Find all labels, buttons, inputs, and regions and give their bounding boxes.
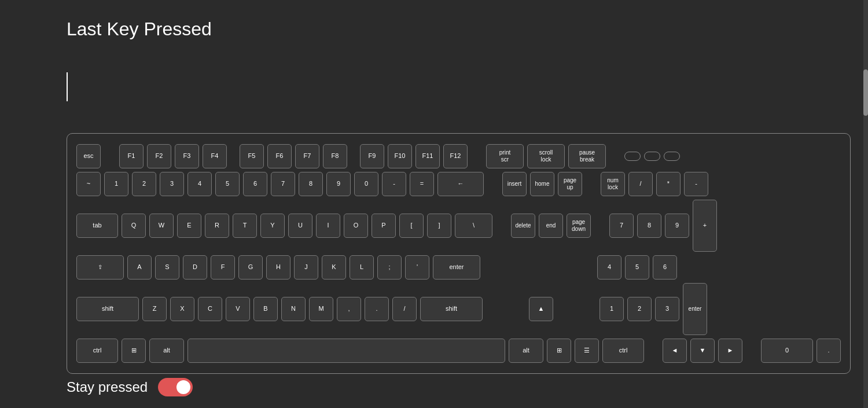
key-t[interactable]: T — [233, 214, 257, 238]
key-k[interactable]: K — [322, 255, 346, 280]
scrollbar[interactable] — [863, 0, 868, 408]
key-z[interactable]: Z — [142, 297, 167, 321]
key-num-star[interactable]: * — [656, 172, 681, 196]
key-menu[interactable]: ☰ — [575, 339, 599, 363]
scrollbar-thumb[interactable] — [863, 69, 868, 116]
key-lbracket[interactable]: [ — [399, 214, 424, 238]
key-q[interactable]: Q — [122, 214, 146, 238]
key-s[interactable]: S — [155, 255, 179, 280]
key-1[interactable]: 1 — [104, 172, 128, 196]
key-c[interactable]: C — [198, 297, 222, 321]
key-quote[interactable]: ' — [405, 255, 429, 280]
key-y[interactable]: Y — [260, 214, 285, 238]
key-num-enter[interactable]: enter — [683, 283, 707, 335]
stay-pressed-toggle[interactable] — [158, 378, 193, 396]
key-page-up[interactable]: pageup — [558, 172, 582, 196]
key-num-plus[interactable]: + — [693, 200, 717, 252]
key-7[interactable]: 7 — [271, 172, 295, 196]
key-4[interactable]: 4 — [187, 172, 212, 196]
key-o[interactable]: O — [344, 214, 368, 238]
key-home[interactable]: home — [530, 172, 554, 196]
key-f11[interactable]: F11 — [415, 144, 440, 168]
key-alt-right[interactable]: alt — [509, 339, 543, 363]
key-num-1[interactable]: 1 — [599, 297, 624, 321]
key-pause-break[interactable]: pausebreak — [568, 144, 606, 168]
key-scroll-lock[interactable]: scrolllock — [527, 144, 565, 168]
key-m[interactable]: M — [309, 297, 333, 321]
key-comma[interactable]: , — [337, 297, 361, 321]
key-2[interactable]: 2 — [132, 172, 156, 196]
key-n[interactable]: N — [281, 297, 306, 321]
key-alt-left[interactable]: alt — [149, 339, 184, 363]
key-num-9[interactable]: 9 — [665, 214, 689, 238]
key-0[interactable]: 0 — [354, 172, 378, 196]
key-shift-left[interactable]: shift — [76, 297, 139, 321]
key-f7[interactable]: F7 — [295, 144, 319, 168]
key-r[interactable]: R — [205, 214, 229, 238]
key-num-4[interactable]: 4 — [597, 255, 621, 280]
key-f2[interactable]: F2 — [147, 144, 171, 168]
key-f1[interactable]: F1 — [119, 144, 144, 168]
key-3[interactable]: 3 — [160, 172, 184, 196]
key-num-6[interactable]: 6 — [653, 255, 677, 280]
key-tab[interactable]: tab — [76, 214, 118, 238]
key-rbracket[interactable]: ] — [427, 214, 451, 238]
key-num-2[interactable]: 2 — [627, 297, 652, 321]
key-end[interactable]: end — [539, 214, 563, 238]
key-f4[interactable]: F4 — [203, 144, 227, 168]
key-u[interactable]: U — [288, 214, 312, 238]
key-9[interactable]: 9 — [326, 172, 351, 196]
key-print-scr[interactable]: printscr — [486, 144, 524, 168]
key-d[interactable]: D — [183, 255, 207, 280]
key-f[interactable]: F — [211, 255, 235, 280]
key-enter[interactable]: enter — [433, 255, 480, 280]
key-i[interactable]: I — [316, 214, 340, 238]
key-backslash[interactable]: \ — [455, 214, 492, 238]
key-b[interactable]: B — [253, 297, 278, 321]
key-caps-lock[interactable]: ⇪ — [76, 255, 124, 280]
key-x[interactable]: X — [170, 297, 194, 321]
key-6[interactable]: 6 — [243, 172, 267, 196]
key-f8[interactable]: F8 — [323, 144, 347, 168]
key-backtick[interactable]: ~ — [76, 172, 101, 196]
key-space[interactable] — [187, 339, 505, 363]
key-ctrl-left[interactable]: ctrl — [76, 339, 118, 363]
key-p[interactable]: P — [372, 214, 396, 238]
key-page-down[interactable]: pagedown — [567, 214, 591, 238]
key-num-5[interactable]: 5 — [625, 255, 649, 280]
key-num-dot[interactable]: . — [816, 339, 841, 363]
key-arrow-down[interactable]: ▼ — [690, 339, 715, 363]
key-equals[interactable]: = — [410, 172, 434, 196]
key-semicolon[interactable]: ; — [377, 255, 402, 280]
key-win-right[interactable]: ⊞ — [547, 339, 571, 363]
key-e[interactable]: E — [177, 214, 201, 238]
key-period[interactable]: . — [365, 297, 389, 321]
key-arrow-right[interactable]: ► — [718, 339, 742, 363]
key-num-minus[interactable]: - — [684, 172, 708, 196]
key-delete[interactable]: delete — [511, 214, 535, 238]
key-num-8[interactable]: 8 — [637, 214, 661, 238]
key-w[interactable]: W — [149, 214, 174, 238]
key-8[interactable]: 8 — [299, 172, 323, 196]
key-num-7[interactable]: 7 — [609, 214, 634, 238]
key-num-3[interactable]: 3 — [655, 297, 679, 321]
key-f12[interactable]: F12 — [443, 144, 468, 168]
key-arrow-up[interactable]: ▲ — [529, 297, 553, 321]
key-g[interactable]: G — [238, 255, 263, 280]
key-f3[interactable]: F3 — [175, 144, 199, 168]
key-num-slash[interactable]: / — [628, 172, 653, 196]
key-esc[interactable]: esc — [76, 144, 101, 168]
key-slash[interactable]: / — [392, 297, 417, 321]
key-arrow-left[interactable]: ◄ — [663, 339, 687, 363]
key-f9[interactable]: F9 — [360, 144, 384, 168]
key-j[interactable]: J — [294, 255, 318, 280]
key-ctrl-right[interactable]: ctrl — [602, 339, 644, 363]
key-minus[interactable]: - — [382, 172, 406, 196]
key-num-lock[interactable]: numlock — [601, 172, 625, 196]
key-shift-right[interactable]: shift — [420, 297, 483, 321]
key-h[interactable]: H — [266, 255, 290, 280]
key-l[interactable]: L — [350, 255, 374, 280]
key-insert[interactable]: insert — [502, 172, 527, 196]
key-backspace[interactable]: ← — [437, 172, 484, 196]
key-num-0[interactable]: 0 — [761, 339, 813, 363]
